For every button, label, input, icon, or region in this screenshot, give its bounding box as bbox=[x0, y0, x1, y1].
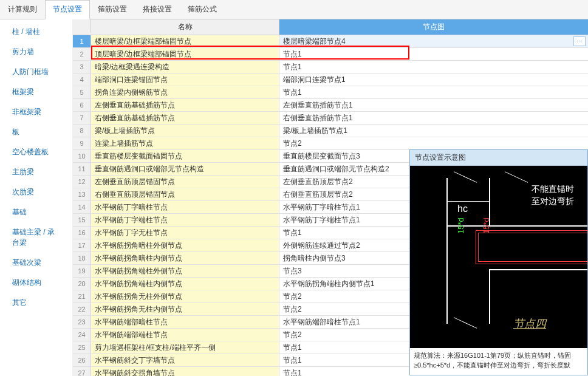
row-name-cell[interactable]: 顶层暗梁/边框梁端部锚固节点 bbox=[91, 48, 279, 60]
tab-stirrup-formula[interactable]: 箍筋公式 bbox=[180, 0, 225, 19]
sidebar-item-8[interactable]: 次肋梁 bbox=[0, 182, 72, 202]
preview-footer: 规范算法：来源16G101-1第79页；纵筋直锚时，锚固≥0.5*hc+5*d，… bbox=[410, 348, 587, 372]
row-number: 18 bbox=[73, 252, 91, 264]
row-name-cell[interactable]: 拐角连梁内侧钢筋节点 bbox=[91, 86, 279, 98]
row-name-cell[interactable]: 右侧垂直筋顶层锚固节点 bbox=[91, 188, 279, 200]
row-name-cell[interactable]: 梁/板上墙插筋节点 bbox=[91, 125, 279, 137]
tab-lap-setting[interactable]: 搭接设置 bbox=[135, 0, 180, 19]
row-node-cell[interactable]: 端部洞口连梁节点1 bbox=[279, 73, 588, 86]
sidebar-item-10[interactable]: 基础主梁 / 承台梁 bbox=[0, 222, 72, 253]
row-number: 21 bbox=[73, 290, 91, 303]
row-name-cell[interactable]: 水平钢筋拐角暗柱外侧节点 bbox=[91, 239, 279, 251]
row-node-cell[interactable]: 右侧垂直筋插筋节点1 bbox=[279, 112, 588, 124]
row-name-cell[interactable]: 垂直钢筋遇洞口或端部无节点构造 bbox=[91, 163, 279, 175]
note-bend-edge: 至对边弯折 bbox=[532, 196, 574, 207]
row-name-cell[interactable]: 暗梁/边框梁遇连梁构造 bbox=[91, 61, 279, 73]
header-node-diagram[interactable]: 节点图 bbox=[279, 19, 588, 35]
row-number: 10 bbox=[73, 150, 91, 162]
sidebar-item-5[interactable]: 板 bbox=[0, 122, 72, 142]
row-number: 11 bbox=[73, 163, 91, 175]
table-row[interactable]: 3暗梁/边框梁遇连梁构造节点1 bbox=[73, 61, 588, 73]
category-sidebar: 柱 / 墙柱剪力墙人防门框墙框架梁非框架梁板空心楼盖板主肋梁次肋梁基础基础主梁 … bbox=[0, 19, 73, 376]
row-name-cell[interactable]: 水平钢筋端部暗柱节点 bbox=[91, 316, 279, 328]
row-node-cell[interactable]: 节点1 bbox=[279, 86, 588, 98]
sidebar-item-9[interactable]: 基础 bbox=[0, 202, 72, 222]
row-number: 5 bbox=[73, 86, 91, 98]
row-name-cell[interactable]: 右侧垂直筋基础插筋节点 bbox=[91, 112, 279, 124]
row-name-cell[interactable]: 水平钢筋丁字端柱节点 bbox=[91, 214, 279, 226]
node-label: 节点四 bbox=[513, 316, 546, 331]
node-picker-button[interactable]: ⋯ bbox=[573, 36, 586, 46]
sidebar-item-13[interactable]: 其它 bbox=[0, 293, 72, 313]
row-node-cell[interactable]: 梁/板上墙插筋节点1 bbox=[279, 125, 588, 137]
header-name[interactable]: 名称 bbox=[91, 19, 279, 35]
row-node-cell[interactable]: 节点1 bbox=[279, 48, 588, 60]
table-row[interactable]: 2顶层暗梁/边框梁端部锚固节点节点1 bbox=[73, 48, 588, 61]
row-number: 14 bbox=[73, 201, 91, 213]
hc-label: hc bbox=[457, 203, 468, 214]
row-number: 7 bbox=[73, 112, 91, 124]
row-number: 16 bbox=[73, 227, 91, 239]
row-name-cell[interactable]: 水平钢筋拐角端柱外侧节点 bbox=[91, 265, 279, 277]
row-node-cell[interactable]: 节点2 bbox=[279, 137, 588, 149]
row-number: 25 bbox=[73, 341, 91, 354]
sidebar-item-2[interactable]: 人防门框墙 bbox=[0, 62, 72, 82]
table-row[interactable]: 4端部洞口连梁锚固节点端部洞口连梁节点1 bbox=[73, 73, 588, 86]
sidebar-item-0[interactable]: 柱 / 墙柱 bbox=[0, 22, 72, 42]
row-number: 2 bbox=[73, 48, 91, 60]
preview-panel: 节点设置示意图 hc 15*d 15*d 不能直锚时 至对边弯折 节点四 规范算… bbox=[409, 149, 588, 375]
note-cannot-anchor: 不能直锚时 bbox=[532, 184, 574, 195]
row-name-cell[interactable]: 水平钢筋拐角无柱内侧节点 bbox=[91, 303, 279, 315]
sidebar-item-12[interactable]: 砌体结构 bbox=[0, 273, 72, 293]
header-number bbox=[73, 19, 91, 33]
row-name-cell[interactable]: 水平钢筋丁字无柱节点 bbox=[91, 227, 279, 239]
top-tabs: 计算规则 节点设置 箍筋设置 搭接设置 箍筋公式 bbox=[0, 0, 588, 19]
row-node-cell[interactable]: 节点1 bbox=[279, 61, 588, 73]
table-row[interactable]: 8梁/板上墙插筋节点梁/板上墙插筋节点1 bbox=[73, 125, 588, 137]
tab-stirrup-setting[interactable]: 箍筋设置 bbox=[90, 0, 135, 19]
row-name-cell[interactable]: 水平钢筋拐角端柱内侧节点 bbox=[91, 278, 279, 290]
row-name-cell[interactable]: 水平钢筋丁字暗柱节点 bbox=[91, 201, 279, 213]
sidebar-item-11[interactable]: 基础次梁 bbox=[0, 253, 72, 273]
tab-calc-rule[interactable]: 计算规则 bbox=[0, 0, 45, 19]
table-row[interactable]: 9连梁上墙插筋节点节点2 bbox=[73, 137, 588, 150]
sidebar-item-7[interactable]: 主肋梁 bbox=[0, 162, 72, 182]
row-name-cell[interactable]: 左侧垂直筋基础插筋节点 bbox=[91, 99, 279, 111]
row-number: 27 bbox=[73, 367, 91, 376]
row-number: 3 bbox=[73, 61, 91, 73]
row-name-cell[interactable]: 左侧垂直筋顶层锚固节点 bbox=[91, 176, 279, 188]
row-number: 24 bbox=[73, 329, 91, 341]
sidebar-item-4[interactable]: 非框架梁 bbox=[0, 102, 72, 122]
row-node-cell[interactable]: 左侧垂直筋插筋节点1 bbox=[279, 99, 588, 111]
row-name-cell[interactable]: 水平钢筋端部端柱节点 bbox=[91, 329, 279, 341]
row-number: 26 bbox=[73, 354, 91, 366]
row-name-cell[interactable]: 水平钢筋拐角无柱外侧节点 bbox=[91, 290, 279, 303]
sidebar-item-3[interactable]: 框架梁 bbox=[0, 82, 72, 102]
table-row[interactable]: 7右侧垂直筋基础插筋节点右侧垂直筋插筋节点1 bbox=[73, 112, 588, 125]
table-row[interactable]: 1楼层暗梁/边框梁端部锚固节点楼层暗梁端部节点4⋯ bbox=[73, 35, 588, 48]
row-name-cell[interactable]: 垂直筋楼层变截面锚固节点 bbox=[91, 150, 279, 162]
row-number: 9 bbox=[73, 137, 91, 149]
row-name-cell[interactable]: 端部洞口连梁锚固节点 bbox=[91, 73, 279, 86]
row-number: 19 bbox=[73, 265, 91, 277]
row-number: 17 bbox=[73, 239, 91, 251]
sidebar-item-6[interactable]: 空心楼盖板 bbox=[0, 142, 72, 162]
row-name-cell[interactable]: 水平钢筋拐角暗柱内侧节点 bbox=[91, 252, 279, 264]
row-name-cell[interactable]: 剪力墙遇框架柱/框支柱/端柱平齐一侧 bbox=[91, 341, 279, 354]
tab-node-setting[interactable]: 节点设置 bbox=[45, 0, 90, 19]
table-row[interactable]: 5拐角连梁内侧钢筋节点节点1 bbox=[73, 86, 588, 99]
row-node-cell[interactable]: 楼层暗梁端部节点4⋯ bbox=[279, 35, 588, 47]
sidebar-item-1[interactable]: 剪力墙 bbox=[0, 42, 72, 62]
row-number: 22 bbox=[73, 303, 91, 315]
row-number: 1 bbox=[73, 35, 91, 47]
row-name-cell[interactable]: 水平钢筋斜交丁字墙节点 bbox=[91, 354, 279, 366]
preview-title: 节点设置示意图 bbox=[410, 150, 587, 166]
dim-15d-red: 15*d bbox=[482, 217, 491, 234]
row-name-cell[interactable]: 水平钢筋斜交拐角墙节点 bbox=[91, 367, 279, 376]
row-name-cell[interactable]: 连梁上墙插筋节点 bbox=[91, 137, 279, 149]
row-name-cell[interactable]: 楼层暗梁/边框梁端部锚固节点 bbox=[91, 35, 279, 47]
row-number: 23 bbox=[73, 316, 91, 328]
preview-diagram[interactable]: hc 15*d 15*d 不能直锚时 至对边弯折 节点四 bbox=[410, 166, 587, 348]
row-number: 12 bbox=[73, 176, 91, 188]
table-row[interactable]: 6左侧垂直筋基础插筋节点左侧垂直筋插筋节点1 bbox=[73, 99, 588, 112]
